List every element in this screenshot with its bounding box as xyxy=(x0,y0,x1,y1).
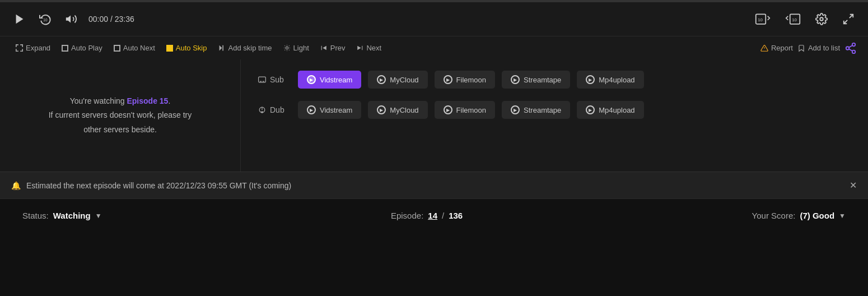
autoplay-label: Auto Play xyxy=(71,44,102,52)
player-controls: 10 00:00 / 23:36 10 xyxy=(0,2,868,36)
status-dropdown-icon[interactable]: ▼ xyxy=(95,212,102,220)
desc-line3: other servers beside. xyxy=(83,125,157,134)
svg-text:10: 10 xyxy=(792,17,797,22)
next-button[interactable]: Next xyxy=(352,41,386,54)
period: . xyxy=(168,96,170,105)
svg-point-26 xyxy=(852,43,856,46)
dub-mycloud-label: MyCloud xyxy=(390,106,418,114)
status-item: Status: Watching ▼ xyxy=(22,211,102,220)
sub-label: Sub xyxy=(258,75,291,84)
addtolist-label: Add to list xyxy=(808,44,840,52)
dub-text: Dub xyxy=(270,105,284,114)
episode-label: Episode: xyxy=(391,211,423,220)
autoskip-label: Auto Skip xyxy=(176,44,207,52)
episode-item: Episode: 14/136 xyxy=(391,211,463,220)
sub-mp4upload-button[interactable]: ▶ Mp4upload xyxy=(577,71,643,89)
svg-line-14 xyxy=(284,45,285,46)
sub-mycloud-button[interactable]: ▶ MyCloud xyxy=(368,71,427,89)
dub-mycloud-play-icon: ▶ xyxy=(377,105,386,114)
addtolist-button[interactable]: Add to list xyxy=(797,44,840,52)
score-label: Your Score: xyxy=(752,211,796,220)
autonext-button[interactable]: Auto Next xyxy=(109,41,160,54)
svg-text:10: 10 xyxy=(43,18,48,22)
time-separator: / xyxy=(110,15,113,24)
svg-text:10: 10 xyxy=(758,17,763,22)
watching-text: You're watching xyxy=(70,96,125,105)
expand-button[interactable]: Expand xyxy=(11,41,55,54)
fullscreen-button[interactable] xyxy=(840,11,857,27)
episode-current: 14 xyxy=(428,211,437,220)
status-label: Status: xyxy=(22,211,49,220)
score-dropdown-icon[interactable]: ▼ xyxy=(839,212,846,220)
play-button[interactable] xyxy=(11,11,28,27)
rewind10-button[interactable]: 10 xyxy=(783,9,803,29)
svg-rect-31 xyxy=(259,77,266,82)
notification-text: Estimated the next episode will come at … xyxy=(26,181,291,190)
light-button[interactable]: Light xyxy=(279,41,314,54)
dub-filemoon-button[interactable]: ▶ Filemoon xyxy=(435,101,495,119)
sub-vidstream-button[interactable]: ▶ Vidstream xyxy=(298,71,361,89)
autoskip-button[interactable]: Auto Skip xyxy=(162,41,212,54)
dub-streamtape-label: Streamtape xyxy=(524,106,561,114)
svg-marker-0 xyxy=(16,15,24,24)
forward10-button[interactable]: 10 xyxy=(753,9,773,29)
dub-mp4upload-label: Mp4upload xyxy=(599,106,634,114)
svg-marker-20 xyxy=(323,46,326,50)
report-label: Report xyxy=(771,44,793,52)
notification-bell-icon: 🔔 xyxy=(11,181,21,190)
status-value: Watching xyxy=(53,211,91,220)
notification-close-button[interactable]: ✕ xyxy=(850,180,857,191)
dub-mycloud-button[interactable]: ▶ MyCloud xyxy=(368,101,427,119)
progress-bar[interactable] xyxy=(0,0,868,2)
sub-streamtape-play-icon: ▶ xyxy=(511,75,520,84)
notification-bar: 🔔 Estimated the next episode will come a… xyxy=(0,172,868,198)
settings-button[interactable] xyxy=(813,11,830,27)
dub-mp4upload-play-icon: ▶ xyxy=(586,105,595,114)
sub-filemoon-label: Filemoon xyxy=(456,76,486,84)
sub-streamtape-button[interactable]: ▶ Streamtape xyxy=(502,71,570,89)
autoplay-checkbox-icon xyxy=(62,45,68,52)
sub-filemoon-button[interactable]: ▶ Filemoon xyxy=(435,71,495,89)
sub-text: Sub xyxy=(270,75,284,84)
time-current: 00:00 xyxy=(88,15,108,24)
autoskip-checkbox-icon xyxy=(166,45,173,52)
servers-panel: Sub ▶ Vidstream ▶ MyCloud ▶ Filemoon ▶ S… xyxy=(241,59,868,172)
volume-button[interactable] xyxy=(63,11,80,27)
autonext-label: Auto Next xyxy=(123,44,155,52)
time-display: 00:00 / 23:36 xyxy=(88,15,134,24)
sub-mp4upload-label: Mp4upload xyxy=(599,76,634,84)
svg-point-36 xyxy=(262,112,263,113)
rewind-button[interactable]: 10 xyxy=(37,11,54,27)
dub-server-row: Dub ▶ Vidstream ▶ MyCloud ▶ Filemoon ▶ S… xyxy=(258,101,851,119)
svg-point-27 xyxy=(846,47,850,50)
prev-button[interactable]: Prev xyxy=(316,41,350,54)
info-panel: You're watching Episode 15. If current s… xyxy=(0,59,241,172)
sub-mycloud-play-icon: ▶ xyxy=(377,75,386,84)
dub-streamtape-button[interactable]: ▶ Streamtape xyxy=(502,101,570,119)
main-content: You're watching Episode 15. If current s… xyxy=(0,59,868,172)
svg-line-15 xyxy=(288,50,289,50)
svg-marker-2 xyxy=(66,16,71,23)
dub-vidstream-button[interactable]: ▶ Vidstream xyxy=(298,101,361,119)
sub-mycloud-label: MyCloud xyxy=(390,76,418,84)
sub-filemoon-play-icon: ▶ xyxy=(444,75,452,84)
desc-line2: If current servers doesn't work, please … xyxy=(49,110,192,119)
share-button[interactable] xyxy=(844,42,857,54)
dub-label: Dub xyxy=(258,105,291,114)
addskiptime-button[interactable]: Add skip time xyxy=(214,41,277,54)
autoplay-button[interactable]: Auto Play xyxy=(57,41,107,54)
next-label: Next xyxy=(366,44,381,52)
sub-streamtape-label: Streamtape xyxy=(524,76,561,84)
svg-line-30 xyxy=(849,45,852,47)
prev-label: Prev xyxy=(330,44,346,52)
sub-vidstream-label: Vidstream xyxy=(320,76,352,84)
sub-server-row: Sub ▶ Vidstream ▶ MyCloud ▶ Filemoon ▶ S… xyxy=(258,71,851,89)
dub-vidstream-play-icon: ▶ xyxy=(307,105,316,114)
dub-vidstream-label: Vidstream xyxy=(320,106,352,114)
svg-line-19 xyxy=(288,45,289,46)
expand-label: Expand xyxy=(26,44,50,52)
svg-point-7 xyxy=(820,17,823,21)
score-value: (7) Good xyxy=(800,211,834,220)
dub-mp4upload-button[interactable]: ▶ Mp4upload xyxy=(577,101,643,119)
report-button[interactable]: Report xyxy=(760,44,793,52)
